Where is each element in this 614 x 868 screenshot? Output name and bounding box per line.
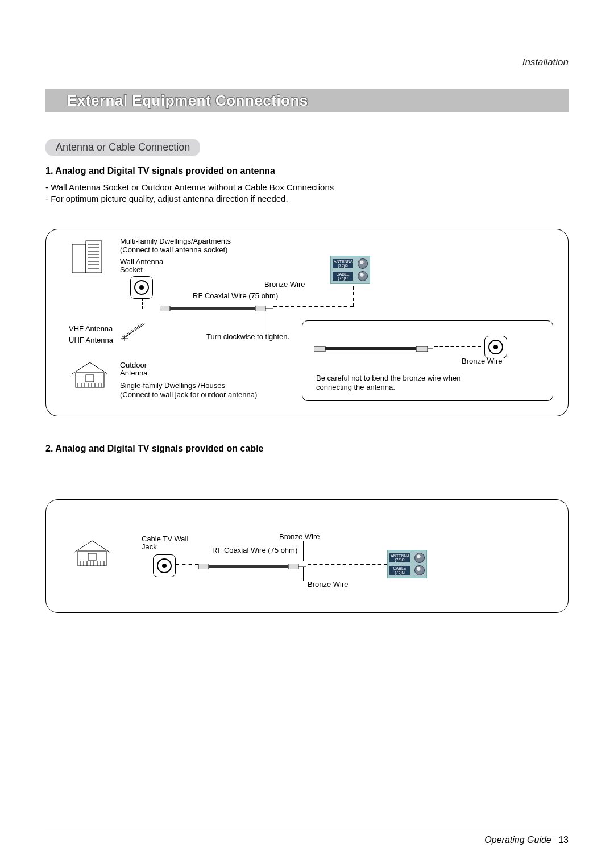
bottom-rule [45,828,569,828]
manual-page: Installation External Equipment Connecti… [0,0,614,868]
subsection-pill: Antenna or Cable Connection [45,139,200,156]
svg-rect-49 [288,564,298,569]
footer: Operating Guide 13 [484,835,569,845]
cable-jack-label: Cable TV Wall Jack [142,535,188,552]
caution-inset: Bronze Wire Be careful not to bend the b… [302,320,553,401]
dashed-link [353,286,354,307]
rf-wire-label: RF Coaxial Wire (75 ohm) [193,292,278,301]
diagram-antenna: Multi-family Dwellings/Apartments (Conne… [45,229,569,416]
svg-rect-47 [198,564,209,569]
turn-tighten-label: Turn clockwise to tighten. [206,333,289,341]
pointer-line [303,541,304,561]
bronze-wire-label: Bronze Wire [264,281,305,289]
coax-cable-icon [198,561,306,567]
wall-socket-label: Wall Antenna Socket [120,258,163,275]
sec1-bullets: Wall Antenna Socket or Outdoor Antenna w… [45,182,569,205]
sec2-heading: 2. Analog and Digital TV signals provide… [45,444,569,454]
svg-rect-48 [209,565,288,568]
bronze-wire-label: Bronze Wire [462,357,503,366]
tv-input-panel: ANTENNA (75)Ω CABLE (75)Ω [387,550,427,578]
svg-rect-0 [72,244,86,273]
panel-antenna-tag: ANTENNA (75)Ω [333,259,353,268]
page-number: 13 [558,835,569,845]
caution-text: Be careful not to bend the bronze wire w… [316,374,460,383]
bronze-wire-label: Bronze Wire [279,533,320,541]
svg-line-14 [122,324,145,339]
pointer-line [303,567,304,581]
panel-antenna-tag: ANTENNA (75)Ω [389,553,410,562]
top-rule [45,72,569,72]
svg-rect-34 [325,347,416,350]
bullet: For optimum picture quality, adjust ante… [45,193,569,205]
page-title-bar: External Equipment Connections [45,89,569,112]
bronze-wire-label: Bronze Wire [308,581,349,589]
svg-rect-33 [314,346,325,352]
house-icon [70,360,110,389]
house-icon [72,539,112,567]
coax-cable-icon [160,303,273,309]
diagram-cable: Cable TV Wall Jack Bronze Wire RF Coaxia… [45,499,569,613]
panel-cable-tag: CABLE (75)Ω [389,566,410,575]
cable-wall-jack-icon [153,554,176,577]
tv-input-panel: ANTENNA (75)Ω CABLE (75)Ω [330,256,370,284]
footer-guide: Operating Guide [484,835,551,845]
page-title: External Equipment Connections [67,92,308,110]
svg-rect-35 [416,346,428,352]
svg-rect-12 [255,306,265,311]
svg-rect-10 [160,306,170,311]
dashed-link [142,298,143,309]
wall-jack-icon [484,336,507,358]
dashed-link [308,564,387,565]
dashed-link [273,306,353,307]
rf-wire-label: RF Coaxial Wire (75 ohm) [212,546,297,555]
multi-dwelling-label: Multi-family Dwellings/Apartments [120,237,231,246]
uhf-label: UHF Antenna [69,336,113,345]
coax-cable-icon [314,344,433,349]
dashed-link [176,564,198,565]
caution-text: connecting the antenna. [316,383,395,392]
wall-antenna-socket-icon [130,276,153,299]
antenna-port-icon [358,258,368,269]
section-header: Installation [45,57,569,68]
dashed-link [434,346,481,347]
roof-antenna-icon [117,319,151,342]
cable-port-icon [414,565,425,575]
vhf-label: VHF Antenna [69,325,113,333]
bullet: Wall Antenna Socket or Outdoor Antenna w… [45,182,569,193]
sec1-heading: 1. Analog and Digital TV signals provide… [45,166,569,176]
svg-rect-11 [170,307,255,310]
multi-dwelling-sub: (Connect to wall antenna socket) [120,246,227,254]
cable-port-icon [358,271,368,281]
pointer-line [268,310,268,334]
apartment-icon [69,240,109,274]
panel-cable-tag: CABLE (75)Ω [333,272,353,281]
single-dwelling-sub: (Connect to wall jack for outdoor antenn… [120,391,257,399]
antenna-port-icon [414,553,425,563]
outdoor-antenna-label: Outdoor Antenna [120,361,147,378]
single-dwelling-label: Single-family Dwellings /Houses [120,382,225,390]
